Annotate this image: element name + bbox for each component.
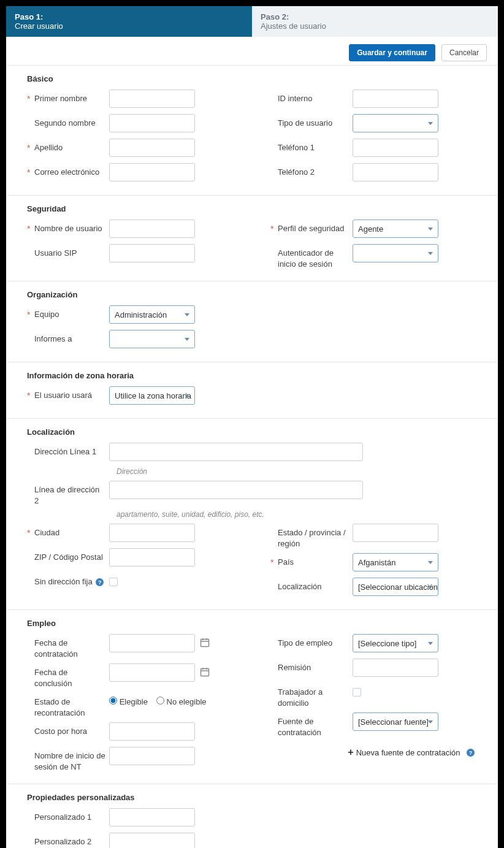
step-2[interactable]: Paso 2: Ajustes de usuario xyxy=(252,6,498,37)
hire-source-select[interactable]: [Seleccionar fuente] xyxy=(353,712,438,731)
state-input[interactable] xyxy=(353,524,438,542)
user-type-label: Tipo de usuario xyxy=(278,114,353,129)
step-1[interactable]: Paso 1: Crear usuario xyxy=(6,6,252,37)
help-icon[interactable]: ? xyxy=(467,749,475,757)
home-worker-checkbox[interactable] xyxy=(353,688,361,697)
last-name-input[interactable] xyxy=(109,139,195,157)
addr2-label: Línea de dirección 2 xyxy=(34,481,109,506)
reports-to-select[interactable] xyxy=(109,330,195,348)
cancel-button[interactable]: Cancelar xyxy=(441,44,487,61)
custom2-label: Personalizado 2 xyxy=(34,833,109,847)
login-auth-select[interactable] xyxy=(353,244,438,262)
hire-date-input[interactable] xyxy=(109,634,195,652)
hourly-cost-label: Costo por hora xyxy=(34,722,109,737)
internal-id-label: ID interno xyxy=(278,90,353,104)
team-select[interactable]: Administración xyxy=(109,305,195,324)
referral-label: Remisión xyxy=(278,659,353,673)
country-select[interactable]: Afganistán xyxy=(353,553,438,571)
city-input[interactable] xyxy=(109,524,195,542)
phone2-input[interactable] xyxy=(353,163,438,181)
phone1-label: Teléfono 1 xyxy=(278,139,353,153)
addr2-input[interactable] xyxy=(109,481,363,499)
addr1-label: Dirección Línea 1 xyxy=(34,443,109,457)
help-icon[interactable]: ? xyxy=(96,578,104,586)
calendar-icon[interactable] xyxy=(200,638,210,647)
end-date-input[interactable] xyxy=(109,663,195,682)
section-basic-title: Básico xyxy=(6,72,498,90)
step-1-subtitle: Crear usuario xyxy=(15,21,243,31)
hire-date-label: Fecha de contratación xyxy=(34,634,109,660)
section-location-title: Localización xyxy=(6,425,498,443)
city-label: Ciudad xyxy=(34,524,109,538)
section-employment-title: Empleo xyxy=(6,616,498,634)
wizard-steps: Paso 1: Crear usuario Paso 2: Ajustes de… xyxy=(6,6,498,37)
email-input[interactable] xyxy=(109,163,195,181)
user-type-select[interactable] xyxy=(353,114,438,132)
end-date-label: Fecha de conclusión xyxy=(34,663,109,689)
first-name-label: Primer nombre xyxy=(34,90,109,104)
location-label: Localización xyxy=(278,578,353,592)
step-2-subtitle: Ajustes de usuario xyxy=(261,21,489,31)
reports-to-label: Informes a xyxy=(34,330,109,345)
sip-user-input[interactable] xyxy=(109,244,195,262)
emp-type-select[interactable]: [Seleccione tipo] xyxy=(353,634,438,652)
security-profile-select[interactable]: Agente xyxy=(353,220,438,238)
first-name-input[interactable] xyxy=(109,90,195,108)
section-custom-title: Propiedades personalizadas xyxy=(6,790,498,808)
home-worker-label: Trabajador a domicilio xyxy=(278,683,353,709)
location-select[interactable]: [Seleccionar ubicación] xyxy=(353,578,438,596)
nt-login-label: Nombre de inicio de sesión de NT xyxy=(34,747,109,773)
user-will-use-label: El usuario usará xyxy=(34,386,109,401)
save-continue-button[interactable]: Guardar y continuar xyxy=(349,44,435,61)
security-profile-label: Perfil de seguridad xyxy=(278,220,353,234)
new-hire-source-link[interactable]: +Nueva fuente de contratación xyxy=(348,747,460,758)
addr1-input[interactable] xyxy=(109,443,363,461)
not-eligible-radio[interactable]: No elegible xyxy=(156,697,207,706)
calendar-icon[interactable] xyxy=(200,667,210,677)
no-fixed-checkbox[interactable] xyxy=(109,578,118,586)
state-label: Estado / provincia / región xyxy=(278,524,353,549)
eligible-radio[interactable]: Elegible xyxy=(109,697,148,706)
rehire-status-label: Estado de recontratación xyxy=(34,693,109,719)
middle-name-label: Segundo nombre xyxy=(34,114,109,129)
addr2-hint: apartamento, suite, unidad, edificio, pi… xyxy=(116,510,477,519)
zip-input[interactable] xyxy=(109,548,195,567)
step-1-title: Paso 1: xyxy=(15,12,243,21)
referral-input[interactable] xyxy=(353,659,438,677)
internal-id-input[interactable] xyxy=(353,90,438,108)
phone2-label: Teléfono 2 xyxy=(278,163,353,178)
username-label: Nombre de usuario xyxy=(34,220,109,234)
country-label: País xyxy=(278,553,353,568)
section-timezone-title: Información de zona horaria xyxy=(6,369,498,386)
step-2-title: Paso 2: xyxy=(261,12,489,21)
plus-icon: + xyxy=(348,747,353,758)
custom2-input[interactable] xyxy=(109,833,195,848)
custom1-label: Personalizado 1 xyxy=(34,808,109,823)
email-label: Correo electrónico xyxy=(34,163,109,178)
middle-name-input[interactable] xyxy=(109,114,195,132)
no-fixed-label: Sin dirección fija ? xyxy=(34,573,109,587)
team-label: Equipo xyxy=(34,305,109,320)
emp-type-label: Tipo de empleo xyxy=(278,634,353,649)
section-organization-title: Organización xyxy=(6,288,498,305)
username-input[interactable] xyxy=(109,220,195,238)
hire-source-label: Fuente de contratación xyxy=(278,712,353,738)
login-auth-label: Autenticador de inicio de sesión xyxy=(278,244,353,270)
hourly-cost-input[interactable] xyxy=(109,722,195,741)
custom1-input[interactable] xyxy=(109,808,195,827)
svg-rect-0 xyxy=(201,640,209,647)
nt-login-input[interactable] xyxy=(109,747,195,765)
addr1-hint: Dirección xyxy=(116,467,477,476)
phone1-input[interactable] xyxy=(353,139,438,157)
last-name-label: Apellido xyxy=(34,139,109,153)
zip-label: ZIP / Código Postal xyxy=(34,548,109,563)
svg-rect-4 xyxy=(201,669,209,676)
sip-user-label: Usuario SIP xyxy=(34,244,109,259)
section-security-title: Seguridad xyxy=(6,202,498,220)
timezone-select[interactable]: Utilice la zona horaria xyxy=(109,386,195,405)
